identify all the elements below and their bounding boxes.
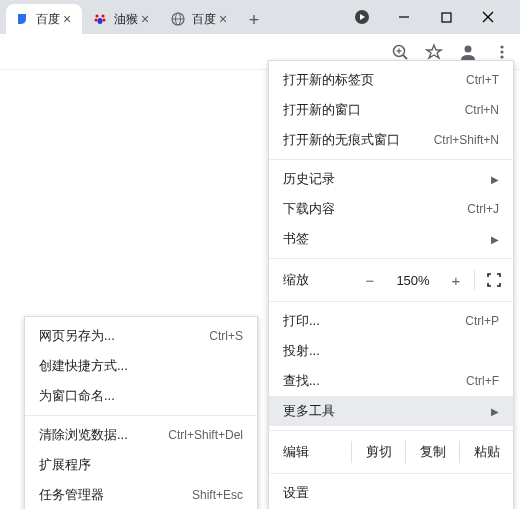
menu-separator bbox=[269, 159, 513, 160]
cut-button[interactable]: 剪切 bbox=[351, 441, 405, 463]
fullscreen-button[interactable] bbox=[475, 273, 513, 287]
svg-point-18 bbox=[500, 45, 503, 48]
menu-accel: Ctrl+T bbox=[466, 73, 499, 87]
tab-3[interactable]: 百度 × bbox=[162, 4, 238, 34]
globe-icon bbox=[170, 11, 186, 27]
menu-find[interactable]: 查找... Ctrl+F bbox=[269, 366, 513, 396]
menu-label: 打印... bbox=[283, 312, 441, 330]
tab-title: 百度 bbox=[192, 11, 216, 28]
close-icon[interactable]: × bbox=[138, 12, 152, 26]
maximize-button[interactable] bbox=[434, 5, 458, 29]
submenu-create-shortcut[interactable]: 创建快捷方式... bbox=[25, 351, 257, 381]
zoom-label: 缩放 bbox=[283, 271, 352, 289]
profile-icon[interactable] bbox=[458, 42, 478, 62]
menu-new-tab[interactable]: 打开新的标签页 Ctrl+T bbox=[269, 65, 513, 95]
menu-label: 网页另存为... bbox=[39, 327, 185, 345]
svg-point-4 bbox=[98, 18, 103, 24]
menu-label: 更多工具 bbox=[283, 402, 467, 420]
menu-label: 历史记录 bbox=[283, 170, 467, 188]
menu-downloads[interactable]: 下载内容 Ctrl+J bbox=[269, 194, 513, 224]
menu-zoom-row: 缩放 − 150% + bbox=[269, 263, 513, 297]
svg-point-19 bbox=[500, 50, 503, 53]
close-window-button[interactable] bbox=[476, 5, 500, 29]
menu-print[interactable]: 打印... Ctrl+P bbox=[269, 306, 513, 336]
menu-accel: Ctrl+J bbox=[467, 202, 499, 216]
menu-separator bbox=[269, 430, 513, 431]
menu-label: 设置 bbox=[283, 484, 499, 502]
menu-history[interactable]: 历史记录 ▶ bbox=[269, 164, 513, 194]
menu-accel: Ctrl+S bbox=[209, 329, 243, 343]
menu-label: 打开新的窗口 bbox=[283, 101, 441, 119]
svg-point-17 bbox=[465, 45, 472, 52]
menu-accel: Shift+Esc bbox=[192, 488, 243, 502]
menu-label: 任务管理器 bbox=[39, 486, 168, 504]
more-tools-submenu: 网页另存为... Ctrl+S 创建快捷方式... 为窗口命名... 清除浏览数… bbox=[24, 316, 258, 509]
menu-separator bbox=[25, 415, 257, 416]
menu-button[interactable] bbox=[492, 42, 512, 62]
tab-title: 油猴 bbox=[114, 11, 138, 28]
tab-title: 百度 bbox=[36, 11, 60, 28]
new-tab-button[interactable]: + bbox=[240, 6, 268, 34]
window-controls bbox=[350, 0, 520, 34]
menu-accel: Ctrl+P bbox=[465, 314, 499, 328]
menu-accel: Ctrl+Shift+N bbox=[434, 133, 499, 147]
menu-settings[interactable]: 设置 bbox=[269, 478, 513, 508]
submenu-extensions[interactable]: 扩展程序 bbox=[25, 450, 257, 480]
bookmark-star-icon[interactable] bbox=[424, 42, 444, 62]
menu-label: 下载内容 bbox=[283, 200, 443, 218]
tab-1[interactable]: 百度 × bbox=[6, 4, 82, 34]
paste-button[interactable]: 粘贴 bbox=[459, 441, 513, 463]
menu-separator bbox=[269, 473, 513, 474]
svg-point-0 bbox=[96, 15, 99, 18]
submenu-name-window[interactable]: 为窗口命名... bbox=[25, 381, 257, 411]
tab-bar: 百度 × 油猴 × 百度 × + bbox=[0, 0, 520, 34]
media-icon[interactable] bbox=[350, 5, 374, 29]
copy-button[interactable]: 复制 bbox=[405, 441, 459, 463]
submenu-task-manager[interactable]: 任务管理器 Shift+Esc bbox=[25, 480, 257, 509]
chevron-right-icon: ▶ bbox=[491, 174, 499, 185]
zoom-indicator-icon[interactable] bbox=[390, 42, 410, 62]
baidu-paw-icon bbox=[92, 11, 108, 27]
menu-separator bbox=[269, 301, 513, 302]
menu-accel: Ctrl+Shift+Del bbox=[168, 428, 243, 442]
menu-separator bbox=[269, 258, 513, 259]
menu-label: 查找... bbox=[283, 372, 442, 390]
menu-label: 扩展程序 bbox=[39, 456, 243, 474]
close-icon[interactable]: × bbox=[60, 12, 74, 26]
svg-point-1 bbox=[102, 15, 105, 18]
submenu-clear-data[interactable]: 清除浏览数据... Ctrl+Shift+Del bbox=[25, 420, 257, 450]
baidu-icon bbox=[14, 11, 30, 27]
minimize-button[interactable] bbox=[392, 5, 416, 29]
zoom-value: 150% bbox=[388, 273, 438, 288]
menu-label: 为窗口命名... bbox=[39, 387, 243, 405]
svg-line-14 bbox=[403, 55, 407, 59]
menu-accel: Ctrl+F bbox=[466, 374, 499, 388]
menu-more-tools[interactable]: 更多工具 ▶ bbox=[269, 396, 513, 426]
menu-bookmarks[interactable]: 书签 ▶ bbox=[269, 224, 513, 254]
svg-point-3 bbox=[103, 19, 106, 22]
menu-label: 清除浏览数据... bbox=[39, 426, 144, 444]
menu-label: 打开新的标签页 bbox=[283, 71, 442, 89]
menu-label: 投射... bbox=[283, 342, 499, 360]
menu-label: 书签 bbox=[283, 230, 467, 248]
svg-point-20 bbox=[500, 55, 503, 58]
zoom-in-button[interactable]: + bbox=[438, 272, 474, 289]
menu-accel: Ctrl+N bbox=[465, 103, 499, 117]
menu-new-incognito[interactable]: 打开新的无痕式窗口 Ctrl+Shift+N bbox=[269, 125, 513, 155]
tab-2[interactable]: 油猴 × bbox=[84, 4, 160, 34]
zoom-out-button[interactable]: − bbox=[352, 272, 388, 289]
svg-rect-10 bbox=[442, 13, 451, 22]
submenu-save-as[interactable]: 网页另存为... Ctrl+S bbox=[25, 321, 257, 351]
menu-cast[interactable]: 投射... bbox=[269, 336, 513, 366]
svg-point-2 bbox=[95, 19, 98, 22]
menu-new-window[interactable]: 打开新的窗口 Ctrl+N bbox=[269, 95, 513, 125]
edit-label: 编辑 bbox=[283, 443, 351, 461]
menu-edit-row: 编辑 剪切 复制 粘贴 bbox=[269, 435, 513, 469]
chrome-main-menu: 打开新的标签页 Ctrl+T 打开新的窗口 Ctrl+N 打开新的无痕式窗口 C… bbox=[268, 60, 514, 509]
chevron-right-icon: ▶ bbox=[491, 406, 499, 417]
chevron-right-icon: ▶ bbox=[491, 234, 499, 245]
menu-label: 打开新的无痕式窗口 bbox=[283, 131, 410, 149]
menu-label: 创建快捷方式... bbox=[39, 357, 243, 375]
close-icon[interactable]: × bbox=[216, 12, 230, 26]
